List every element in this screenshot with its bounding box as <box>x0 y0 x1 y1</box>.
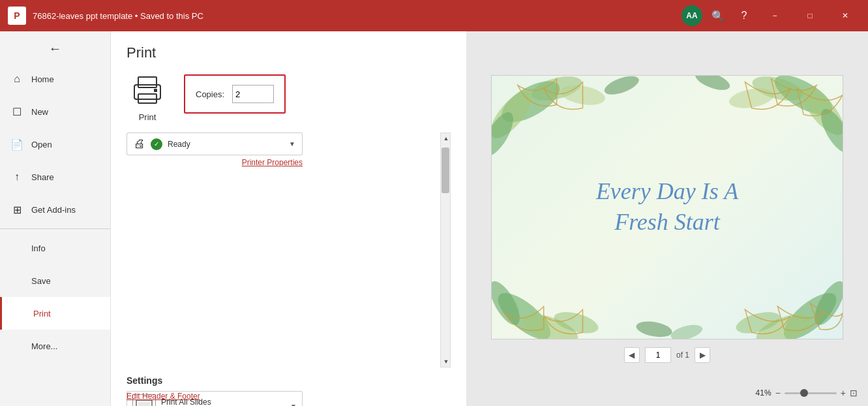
edit-header-footer-link[interactable]: Edit Header & Footer <box>127 392 200 401</box>
sidebar-item-home[interactable]: ⌂ Home <box>0 63 110 95</box>
preview-area: Every Day Is A Fresh Start ◀ 1 of 1 ▶ 41… <box>466 31 868 406</box>
printer-status-text: Ready <box>168 140 284 149</box>
search-people-icon[interactable]: 🔍 <box>708 5 728 26</box>
sidebar-divider <box>0 228 110 229</box>
printer-device-icon: 🖨 <box>134 137 145 151</box>
printer-status-icon: ✓ <box>151 138 162 150</box>
zoom-bar: 41% − + ⊡ <box>756 388 858 398</box>
sidebar-item-addins-label: Get Add-ins <box>31 205 76 215</box>
print-title: Print <box>127 44 451 61</box>
sidebar-item-open[interactable]: 📄 Open <box>0 128 110 161</box>
sidebar-item-open-label: Open <box>31 140 52 149</box>
copies-box: Copies: <box>184 74 286 114</box>
slide-preview: Every Day Is A Fresh Start <box>491 75 843 339</box>
sidebar-item-save[interactable]: Save <box>0 264 110 297</box>
sidebar: ← ⌂ Home ☐ New 📄 Open ↑ Share ⊞ Get Add-… <box>0 31 111 406</box>
sidebar-item-share-label: Share <box>31 172 54 182</box>
scroll-up-arrow[interactable]: ▲ <box>441 133 451 144</box>
print-button[interactable]: Print <box>127 72 168 122</box>
open-icon: 📄 <box>10 138 23 151</box>
new-icon: ☐ <box>10 106 23 118</box>
sidebar-item-print[interactable]: Print <box>0 297 110 330</box>
back-button[interactable]: ← <box>0 34 110 63</box>
total-pages-text: of 1 <box>676 351 689 360</box>
sidebar-item-more[interactable]: More... <box>0 330 110 362</box>
printer-section: 🖨 ✓ Ready ▼ Printer Properties ▲ ▼ <box>127 133 451 406</box>
file-name: 76862-leaves ppt template • Saved to thi… <box>33 11 675 21</box>
copies-label: Copies: <box>196 89 224 99</box>
maximize-button[interactable]: □ <box>795 5 825 26</box>
slide-navigation: ◀ 1 of 1 ▶ <box>624 347 710 363</box>
app-logo: P <box>8 7 26 25</box>
slide-main-text: Every Day Is A Fresh Start <box>596 176 738 238</box>
main-layout: ← ⌂ Home ☐ New 📄 Open ↑ Share ⊞ Get Add-… <box>0 31 868 406</box>
share-icon: ↑ <box>10 171 23 183</box>
window-controls: AA 🔍 ? − □ ✕ <box>681 5 860 26</box>
sidebar-item-home-label: Home <box>31 74 54 84</box>
sidebar-item-info-label: Info <box>31 243 46 253</box>
svg-rect-1 <box>138 77 157 87</box>
zoom-slider-track[interactable] <box>785 392 837 394</box>
svg-point-28 <box>602 76 641 99</box>
print-panel: Print Print Copies <box>111 31 466 406</box>
prev-slide-button[interactable]: ◀ <box>624 347 640 363</box>
zoom-out-button[interactable]: − <box>775 388 781 398</box>
copies-input[interactable] <box>232 85 274 103</box>
sidebar-item-new[interactable]: ☐ New <box>0 95 110 128</box>
settings-title: Settings <box>127 375 451 386</box>
next-slide-button[interactable]: ▶ <box>695 347 710 363</box>
sidebar-item-save-label: Save <box>31 276 51 286</box>
printer-icon <box>127 72 168 108</box>
page-number-input[interactable]: 1 <box>645 347 671 363</box>
zoom-in-button[interactable]: + <box>841 388 846 398</box>
sidebar-item-get-add-ins[interactable]: ⊞ Get Add-ins <box>0 193 110 226</box>
svg-rect-3 <box>154 89 157 92</box>
svg-rect-5 <box>138 402 150 406</box>
sidebar-item-more-label: More... <box>31 341 57 351</box>
print-button-label: Print <box>139 112 157 122</box>
sidebar-item-new-label: New <box>31 107 48 117</box>
printer-properties-link[interactable]: Printer Properties <box>127 158 303 167</box>
zoom-fit-button[interactable]: ⊡ <box>850 388 858 398</box>
slides-range-arrow: ▼ <box>290 403 297 407</box>
content-area: Print Print Copies <box>111 31 868 406</box>
scroll-down-arrow[interactable]: ▼ <box>441 356 451 367</box>
scroll-thumb[interactable] <box>441 148 449 193</box>
printer-row[interactable]: 🖨 ✓ Ready ▼ <box>127 133 303 155</box>
slide-text-container: Every Day Is A Fresh Start <box>596 176 738 238</box>
minimize-button[interactable]: − <box>760 5 790 26</box>
help-icon[interactable]: ? <box>734 5 755 26</box>
sidebar-item-info[interactable]: Info <box>0 232 110 264</box>
title-bar: P 76862-leaves ppt template • Saved to t… <box>0 0 868 31</box>
svg-point-29 <box>693 76 732 94</box>
dropdown-arrow-printer: ▼ <box>289 140 295 148</box>
print-top-row: Print Copies: <box>127 72 451 122</box>
close-button[interactable]: ✕ <box>830 5 860 26</box>
sidebar-item-print-label: Print <box>33 309 51 319</box>
zoom-slider-thumb[interactable] <box>800 389 808 397</box>
svg-point-30 <box>635 319 674 338</box>
sidebar-item-share[interactable]: ↑ Share <box>0 161 110 193</box>
svg-point-31 <box>669 322 704 339</box>
zoom-percent: 41% <box>756 388 771 398</box>
user-avatar[interactable]: AA <box>681 5 702 26</box>
add-ins-icon: ⊞ <box>10 204 23 216</box>
slide-background: Every Day Is A Fresh Start <box>492 76 843 339</box>
home-icon: ⌂ <box>10 73 23 85</box>
